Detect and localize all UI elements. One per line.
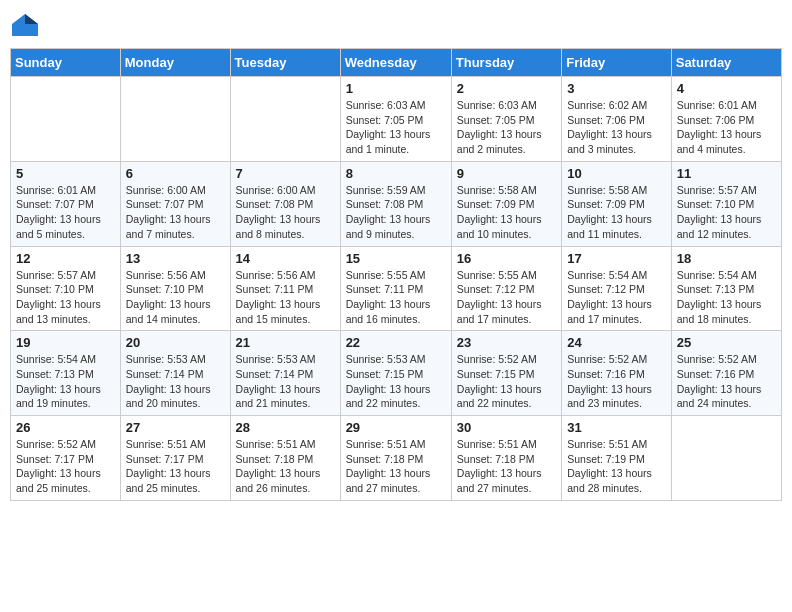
day-info: Sunrise: 5:52 AM Sunset: 7:17 PM Dayligh… — [16, 437, 115, 496]
day-number: 24 — [567, 335, 666, 350]
calendar-cell: 7Sunrise: 6:00 AM Sunset: 7:08 PM Daylig… — [230, 161, 340, 246]
calendar-cell: 4Sunrise: 6:01 AM Sunset: 7:06 PM Daylig… — [671, 77, 781, 162]
calendar-cell: 1Sunrise: 6:03 AM Sunset: 7:05 PM Daylig… — [340, 77, 451, 162]
calendar-cell: 29Sunrise: 5:51 AM Sunset: 7:18 PM Dayli… — [340, 416, 451, 501]
calendar-cell — [230, 77, 340, 162]
calendar-week-row: 1Sunrise: 6:03 AM Sunset: 7:05 PM Daylig… — [11, 77, 782, 162]
calendar-cell: 18Sunrise: 5:54 AM Sunset: 7:13 PM Dayli… — [671, 246, 781, 331]
day-number: 4 — [677, 81, 776, 96]
day-number: 23 — [457, 335, 556, 350]
day-number: 22 — [346, 335, 446, 350]
calendar-week-row: 12Sunrise: 5:57 AM Sunset: 7:10 PM Dayli… — [11, 246, 782, 331]
calendar-cell: 6Sunrise: 6:00 AM Sunset: 7:07 PM Daylig… — [120, 161, 230, 246]
calendar-cell: 17Sunrise: 5:54 AM Sunset: 7:12 PM Dayli… — [562, 246, 672, 331]
day-number: 27 — [126, 420, 225, 435]
day-info: Sunrise: 5:51 AM Sunset: 7:18 PM Dayligh… — [457, 437, 556, 496]
day-info: Sunrise: 5:54 AM Sunset: 7:12 PM Dayligh… — [567, 268, 666, 327]
calendar-cell: 21Sunrise: 5:53 AM Sunset: 7:14 PM Dayli… — [230, 331, 340, 416]
day-info: Sunrise: 5:55 AM Sunset: 7:11 PM Dayligh… — [346, 268, 446, 327]
day-number: 17 — [567, 251, 666, 266]
calendar-cell: 13Sunrise: 5:56 AM Sunset: 7:10 PM Dayli… — [120, 246, 230, 331]
logo — [10, 10, 42, 40]
day-info: Sunrise: 6:03 AM Sunset: 7:05 PM Dayligh… — [346, 98, 446, 157]
calendar-cell: 19Sunrise: 5:54 AM Sunset: 7:13 PM Dayli… — [11, 331, 121, 416]
day-number: 7 — [236, 166, 335, 181]
weekday-header-friday: Friday — [562, 49, 672, 77]
calendar-cell: 16Sunrise: 5:55 AM Sunset: 7:12 PM Dayli… — [451, 246, 561, 331]
weekday-header-tuesday: Tuesday — [230, 49, 340, 77]
day-info: Sunrise: 5:55 AM Sunset: 7:12 PM Dayligh… — [457, 268, 556, 327]
calendar-cell: 9Sunrise: 5:58 AM Sunset: 7:09 PM Daylig… — [451, 161, 561, 246]
calendar-cell: 22Sunrise: 5:53 AM Sunset: 7:15 PM Dayli… — [340, 331, 451, 416]
day-number: 9 — [457, 166, 556, 181]
weekday-header-saturday: Saturday — [671, 49, 781, 77]
day-info: Sunrise: 5:53 AM Sunset: 7:15 PM Dayligh… — [346, 352, 446, 411]
day-info: Sunrise: 5:57 AM Sunset: 7:10 PM Dayligh… — [16, 268, 115, 327]
weekday-header-wednesday: Wednesday — [340, 49, 451, 77]
calendar-cell: 30Sunrise: 5:51 AM Sunset: 7:18 PM Dayli… — [451, 416, 561, 501]
day-number: 18 — [677, 251, 776, 266]
day-info: Sunrise: 6:02 AM Sunset: 7:06 PM Dayligh… — [567, 98, 666, 157]
day-number: 5 — [16, 166, 115, 181]
day-info: Sunrise: 5:58 AM Sunset: 7:09 PM Dayligh… — [457, 183, 556, 242]
day-number: 14 — [236, 251, 335, 266]
calendar-cell: 26Sunrise: 5:52 AM Sunset: 7:17 PM Dayli… — [11, 416, 121, 501]
calendar-cell — [11, 77, 121, 162]
day-number: 2 — [457, 81, 556, 96]
calendar-cell — [120, 77, 230, 162]
weekday-header-row: SundayMondayTuesdayWednesdayThursdayFrid… — [11, 49, 782, 77]
day-number: 12 — [16, 251, 115, 266]
day-number: 8 — [346, 166, 446, 181]
day-info: Sunrise: 6:00 AM Sunset: 7:07 PM Dayligh… — [126, 183, 225, 242]
calendar-cell: 25Sunrise: 5:52 AM Sunset: 7:16 PM Dayli… — [671, 331, 781, 416]
calendar-cell: 24Sunrise: 5:52 AM Sunset: 7:16 PM Dayli… — [562, 331, 672, 416]
day-info: Sunrise: 6:03 AM Sunset: 7:05 PM Dayligh… — [457, 98, 556, 157]
day-info: Sunrise: 5:56 AM Sunset: 7:10 PM Dayligh… — [126, 268, 225, 327]
calendar-cell: 27Sunrise: 5:51 AM Sunset: 7:17 PM Dayli… — [120, 416, 230, 501]
calendar-cell: 8Sunrise: 5:59 AM Sunset: 7:08 PM Daylig… — [340, 161, 451, 246]
calendar-week-row: 26Sunrise: 5:52 AM Sunset: 7:17 PM Dayli… — [11, 416, 782, 501]
day-info: Sunrise: 5:56 AM Sunset: 7:11 PM Dayligh… — [236, 268, 335, 327]
calendar-cell: 5Sunrise: 6:01 AM Sunset: 7:07 PM Daylig… — [11, 161, 121, 246]
day-number: 11 — [677, 166, 776, 181]
calendar-cell — [671, 416, 781, 501]
day-info: Sunrise: 5:51 AM Sunset: 7:19 PM Dayligh… — [567, 437, 666, 496]
day-number: 15 — [346, 251, 446, 266]
calendar-table: SundayMondayTuesdayWednesdayThursdayFrid… — [10, 48, 782, 501]
weekday-header-sunday: Sunday — [11, 49, 121, 77]
day-number: 26 — [16, 420, 115, 435]
day-number: 21 — [236, 335, 335, 350]
svg-marker-1 — [25, 14, 38, 24]
day-number: 16 — [457, 251, 556, 266]
calendar-cell: 28Sunrise: 5:51 AM Sunset: 7:18 PM Dayli… — [230, 416, 340, 501]
day-number: 25 — [677, 335, 776, 350]
calendar-week-row: 19Sunrise: 5:54 AM Sunset: 7:13 PM Dayli… — [11, 331, 782, 416]
day-info: Sunrise: 6:01 AM Sunset: 7:06 PM Dayligh… — [677, 98, 776, 157]
day-number: 20 — [126, 335, 225, 350]
day-number: 3 — [567, 81, 666, 96]
weekday-header-thursday: Thursday — [451, 49, 561, 77]
day-info: Sunrise: 5:52 AM Sunset: 7:16 PM Dayligh… — [567, 352, 666, 411]
day-info: Sunrise: 5:51 AM Sunset: 7:17 PM Dayligh… — [126, 437, 225, 496]
day-info: Sunrise: 5:58 AM Sunset: 7:09 PM Dayligh… — [567, 183, 666, 242]
day-info: Sunrise: 5:54 AM Sunset: 7:13 PM Dayligh… — [677, 268, 776, 327]
day-info: Sunrise: 5:54 AM Sunset: 7:13 PM Dayligh… — [16, 352, 115, 411]
day-info: Sunrise: 5:51 AM Sunset: 7:18 PM Dayligh… — [236, 437, 335, 496]
day-info: Sunrise: 5:52 AM Sunset: 7:16 PM Dayligh… — [677, 352, 776, 411]
page-header — [10, 10, 782, 40]
day-info: Sunrise: 6:01 AM Sunset: 7:07 PM Dayligh… — [16, 183, 115, 242]
day-number: 19 — [16, 335, 115, 350]
day-info: Sunrise: 6:00 AM Sunset: 7:08 PM Dayligh… — [236, 183, 335, 242]
calendar-cell: 15Sunrise: 5:55 AM Sunset: 7:11 PM Dayli… — [340, 246, 451, 331]
calendar-cell: 11Sunrise: 5:57 AM Sunset: 7:10 PM Dayli… — [671, 161, 781, 246]
day-info: Sunrise: 5:53 AM Sunset: 7:14 PM Dayligh… — [236, 352, 335, 411]
day-info: Sunrise: 5:59 AM Sunset: 7:08 PM Dayligh… — [346, 183, 446, 242]
calendar-cell: 20Sunrise: 5:53 AM Sunset: 7:14 PM Dayli… — [120, 331, 230, 416]
day-info: Sunrise: 5:52 AM Sunset: 7:15 PM Dayligh… — [457, 352, 556, 411]
day-number: 29 — [346, 420, 446, 435]
calendar-cell: 31Sunrise: 5:51 AM Sunset: 7:19 PM Dayli… — [562, 416, 672, 501]
day-info: Sunrise: 5:57 AM Sunset: 7:10 PM Dayligh… — [677, 183, 776, 242]
day-number: 10 — [567, 166, 666, 181]
day-number: 6 — [126, 166, 225, 181]
day-number: 13 — [126, 251, 225, 266]
